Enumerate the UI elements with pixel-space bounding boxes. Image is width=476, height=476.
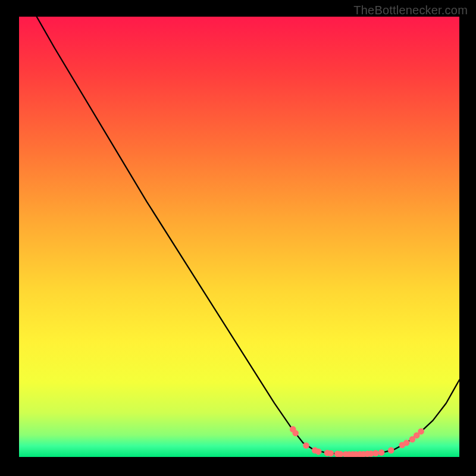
data-marker xyxy=(328,450,334,457)
frame-bottom xyxy=(0,457,476,476)
watermark-text: TheBottlenecker.com xyxy=(353,4,468,17)
data-marker xyxy=(315,449,322,455)
plot-area xyxy=(19,17,459,457)
data-marker xyxy=(372,450,379,456)
chart-svg xyxy=(19,17,459,457)
data-marker xyxy=(403,440,410,446)
data-marker xyxy=(378,449,385,456)
chart-container: { "watermark": "TheBottlenecker.com", "c… xyxy=(0,0,476,476)
gradient-background xyxy=(19,17,459,457)
frame-right xyxy=(459,0,476,476)
data-marker xyxy=(388,447,394,454)
frame-left xyxy=(0,0,19,476)
data-marker xyxy=(292,430,299,437)
data-marker xyxy=(303,442,309,449)
data-marker xyxy=(418,428,424,435)
